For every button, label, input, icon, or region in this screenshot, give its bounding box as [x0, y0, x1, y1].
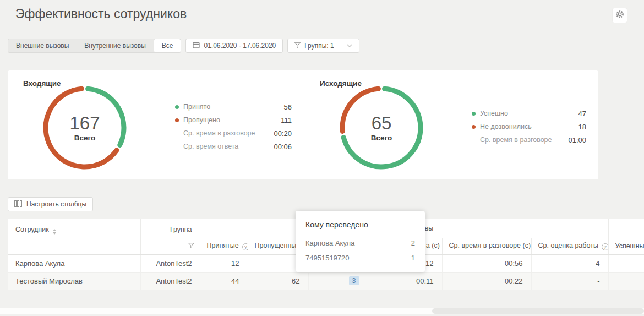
tab-external-calls[interactable]: Внешние вызовы: [8, 39, 77, 52]
orange-dot-icon: [472, 125, 476, 129]
funnel-icon: [294, 42, 301, 50]
incoming-total-value: 167: [69, 114, 100, 132]
column-header-avg-rating[interactable]: Ср. оценка работы?: [531, 238, 608, 254]
date-range-picker[interactable]: 01.06.2020 - 17.06.2020: [185, 39, 283, 53]
employee-name: Карпова Акула: [8, 254, 140, 272]
help-icon[interactable]: ?: [242, 243, 248, 250]
columns-icon: [14, 200, 22, 209]
cell-successful: [608, 254, 644, 272]
gear-icon: [615, 10, 624, 21]
legend-item-unreached: Не дозвонились 18: [472, 120, 586, 133]
legend-item-missed: Пропущено 111: [175, 113, 292, 127]
calendar-icon: [193, 41, 200, 50]
outgoing-calls-card: Исходящие 65 Всего Успешно 47: [304, 70, 598, 179]
outgoing-legend: Успешно 47 Не дозвонились 18 Ср. время в…: [459, 107, 598, 146]
groups-dropdown[interactable]: Группы: 1: [287, 39, 359, 53]
summary-cards: Входящие 167 Всего Принято 56: [8, 70, 598, 179]
stat-avg-talk-time: Ср. время в разговоре 01:00: [472, 133, 586, 146]
incoming-legend: Принято 56 Пропущено 111 Ср. время в раз…: [162, 100, 304, 153]
stat-avg-answer-time: Ср. время ответа 00:06: [175, 140, 292, 153]
employee-name: Тестовый Мирослав: [8, 272, 140, 290]
outgoing-total-label: Всего: [371, 134, 392, 142]
cell-avg-talk-time: 00:56: [442, 254, 531, 272]
stat-avg-talk-time: Ср. время в разговоре 00:20: [175, 127, 292, 140]
cell-avg-rating: -: [531, 272, 608, 290]
green-dot-icon: [472, 112, 476, 116]
employee-efficiency-page: Эффективность сотрудников Внешние вызовы…: [0, 0, 644, 316]
column-header-accepted[interactable]: Принятые?: [200, 238, 248, 254]
employee-group: AntonTest2: [140, 254, 200, 272]
popup-row: Карпова Акула 2: [305, 236, 415, 250]
popup-row-name: 74951519720: [305, 254, 350, 262]
outgoing-total-value: 65: [372, 114, 392, 132]
sort-icon[interactable]: [53, 229, 56, 235]
groups-value: Группы: 1: [304, 42, 334, 50]
cell-successful: [608, 272, 644, 290]
scrollbar-thumb[interactable]: [432, 308, 644, 314]
settings-button[interactable]: [612, 8, 627, 23]
tab-internal-calls[interactable]: Внутренние вызовы: [77, 39, 153, 52]
date-range-value: 01.06.2020 - 17.06.2020: [204, 42, 276, 50]
transferred-count-badge[interactable]: 3: [349, 276, 359, 285]
cell-accepted: 44: [200, 272, 248, 290]
legend-item-successful: Успешно 47: [472, 107, 586, 120]
popup-row-name: Карпова Акула: [305, 239, 354, 247]
cell-transferred: 3: [308, 272, 368, 290]
configure-columns-button[interactable]: Настроить столбцы: [8, 197, 93, 211]
chevron-down-icon: [347, 44, 352, 47]
call-type-tabs: Внешние вызовы Внутренние вызовы Все: [8, 39, 181, 53]
incoming-calls-card: Входящие 167 Всего Принято 56: [8, 70, 304, 179]
popup-row: 74951519720 1: [305, 250, 415, 265]
tab-all-calls[interactable]: Все: [154, 39, 181, 52]
employee-group: AntonTest2: [140, 272, 200, 290]
column-header-group[interactable]: Группа: [140, 219, 200, 254]
transferred-to-popup: Кому переведено Карпова Акула 2 74951519…: [296, 211, 425, 272]
cell-avg-rating: 4: [531, 254, 608, 272]
cell-missed: 62: [248, 272, 308, 290]
cell-accepted: 12: [200, 254, 248, 272]
green-dot-icon: [175, 105, 179, 109]
column-header-successful[interactable]: Успешные: [608, 238, 644, 254]
outgoing-donut-chart: 65 Всего: [337, 84, 425, 172]
legend-item-accepted: Принято 56: [175, 100, 292, 113]
popup-row-value: 2: [411, 239, 415, 247]
incoming-total-label: Всего: [74, 134, 95, 142]
orange-dot-icon: [175, 118, 179, 122]
horizontal-scrollbar[interactable]: [0, 308, 644, 314]
column-header-avg-talk-time[interactable]: Ср. время в разговоре (с)?: [442, 238, 531, 254]
page-title: Эффективность сотрудников: [15, 7, 187, 21]
filter-bar: Внешние вызовы Внутренние вызовы Все 01.…: [8, 39, 359, 53]
incoming-donut-chart: 167 Всего: [41, 84, 129, 172]
column-header-employee[interactable]: Сотрудник: [8, 219, 140, 254]
filter-funnel-icon[interactable]: [188, 242, 194, 250]
popup-title: Кому переведено: [305, 220, 415, 229]
table-row[interactable]: Тестовый Мирослав AntonTest2 44 62 3 00:…: [8, 272, 644, 290]
column-group-outgoing-calls: Исходящие вызовы: [608, 219, 644, 238]
cell-avg-talk-time: 00:22: [442, 272, 531, 290]
popup-row-value: 1: [411, 254, 415, 262]
cell-avg-answer-time: 00:11: [368, 272, 442, 290]
help-icon[interactable]: ?: [602, 243, 608, 250]
